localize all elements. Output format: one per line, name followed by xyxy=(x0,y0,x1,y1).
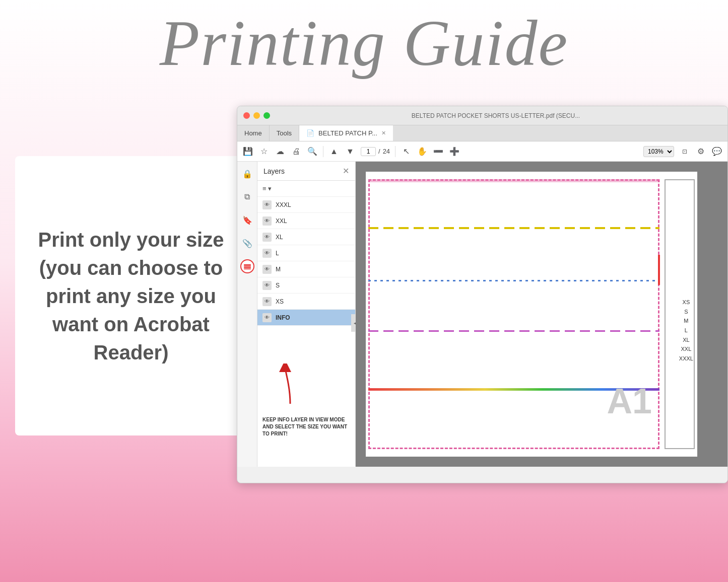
size-m: M xyxy=(679,316,693,326)
instruction-text: Print only your size (you can choose to … xyxy=(30,226,232,367)
layers-header: Layers ✕ xyxy=(257,162,355,181)
paperclip-icon[interactable]: 📎 xyxy=(240,236,254,250)
layer-name-s: S xyxy=(276,282,280,289)
layer-visibility-info[interactable]: 👁 xyxy=(262,313,272,322)
pdf-line-dotted-blue xyxy=(368,280,659,281)
layers-icon[interactable] xyxy=(240,259,254,273)
layer-name-xxxl: XXXL xyxy=(276,201,291,208)
size-xxl: XXL xyxy=(679,344,693,354)
annotation-container: KEEP INFO LAYER IN VIEW MODE AND SELECT … xyxy=(257,406,355,467)
lock-icon[interactable]: 🔒 xyxy=(240,167,254,181)
pdf-line-purple xyxy=(368,330,659,332)
cloud-icon[interactable]: ☁ xyxy=(275,146,286,157)
page-total: 24 xyxy=(383,148,390,155)
instruction-box: Print only your size (you can choose to … xyxy=(15,156,247,435)
layer-visibility-xl[interactable]: 👁 xyxy=(262,233,272,242)
sidebar-icons: 🔒 ⧉ 🔖 📎 xyxy=(237,162,257,467)
size-xxxl: XXXL xyxy=(679,354,693,363)
tab-bar: Home Tools 📄 BELTED PATCH P... ✕ xyxy=(237,125,727,141)
layer-item-info[interactable]: 👁 INFO xyxy=(257,310,355,326)
tab-document[interactable]: 📄 BELTED PATCH P... ✕ xyxy=(299,125,393,141)
tab-close-button[interactable]: ✕ xyxy=(381,130,386,136)
layer-item[interactable]: 👁 XS xyxy=(257,294,355,310)
zoom-control: 103% 50% 75% 100% 125% 150% xyxy=(643,146,674,157)
hand-icon[interactable]: ✋ xyxy=(417,146,428,157)
page-separator: / xyxy=(378,148,380,155)
layer-visibility-xs[interactable]: 👁 xyxy=(262,297,272,306)
maximize-button[interactable] xyxy=(263,112,270,119)
print-icon[interactable]: 🖨 xyxy=(291,146,302,157)
pdf-line-yellow xyxy=(368,227,659,229)
size-labels: XS S M L XL XXL XXXL xyxy=(679,298,693,363)
layer-name-info: INFO xyxy=(276,314,290,321)
pdf-page: XS S M L XL XXL XXXL A1 xyxy=(366,172,697,457)
layer-name-l: L xyxy=(276,250,279,257)
size-xl: XL xyxy=(679,335,693,345)
traffic-lights xyxy=(243,112,270,119)
zoom-select[interactable]: 103% 50% 75% 100% 125% 150% xyxy=(643,146,674,157)
minimize-button[interactable] xyxy=(253,112,260,119)
cursor-icon[interactable]: ↖ xyxy=(401,146,412,157)
layer-name-xxl: XXL xyxy=(276,217,287,225)
page-size-label-a1: A1 xyxy=(607,381,652,421)
layer-name-xl: XL xyxy=(276,234,283,241)
size-s: S xyxy=(679,307,693,317)
layer-item[interactable]: 👁 XXXL xyxy=(257,197,355,213)
annotation-arrow xyxy=(275,363,305,409)
comment-icon[interactable]: 💬 xyxy=(711,146,722,157)
layer-item[interactable]: 👁 L xyxy=(257,245,355,261)
toolbar-divider-2 xyxy=(395,146,395,157)
bookmark-icon[interactable]: ☆ xyxy=(258,146,270,157)
zoom-in-icon[interactable]: ➕ xyxy=(449,146,460,157)
layer-name-m: M xyxy=(276,266,281,273)
size-l: L xyxy=(679,326,693,335)
pdf-icon: 📄 xyxy=(306,129,314,137)
layer-name-xs: XS xyxy=(276,298,284,305)
svg-rect-0 xyxy=(244,264,251,266)
pdf-viewing-area[interactable]: XS S M L XL XXL XXXL A1 xyxy=(356,162,727,467)
close-button[interactable] xyxy=(243,112,250,119)
next-page-icon[interactable]: ▼ xyxy=(345,146,356,157)
layers-panel: Layers ✕ ≡ ▾ 👁 XXXL 👁 XXL 👁 XL xyxy=(257,162,356,467)
layer-item[interactable]: 👁 XL xyxy=(257,229,355,245)
search-icon[interactable]: 🔍 xyxy=(307,146,318,157)
prev-page-icon[interactable]: ▲ xyxy=(328,146,340,157)
layer-visibility-xxl[interactable]: 👁 xyxy=(262,216,272,226)
title-text: Printing Guide xyxy=(160,7,569,79)
layer-visibility-l[interactable]: 👁 xyxy=(262,249,272,258)
layers-list: 👁 XXXL 👁 XXL 👁 XL 👁 L 👁 M xyxy=(257,197,355,406)
layers-title: Layers xyxy=(263,167,285,175)
acrobat-window: BELTED PATCH POCKET SHORTS US-LETTER.pdf… xyxy=(237,106,728,483)
layer-item[interactable]: 👁 S xyxy=(257,277,355,294)
layers-close-button[interactable]: ✕ xyxy=(343,166,349,176)
window-title: BELTED PATCH POCKET SHORTS US-LETTER.pdf… xyxy=(412,112,580,119)
layer-item[interactable]: 👁 XXL xyxy=(257,213,355,229)
svg-rect-1 xyxy=(244,266,251,268)
page-navigator: / 24 xyxy=(361,147,390,156)
annotation-text: KEEP INFO LAYER IN VIEW MODE AND SELECT … xyxy=(262,416,350,438)
layers-toolbar: ≡ ▾ xyxy=(257,181,355,197)
tab-home[interactable]: Home xyxy=(237,125,270,141)
tools-icon[interactable]: ⚙ xyxy=(695,146,706,157)
svg-rect-2 xyxy=(244,268,251,269)
pdf-accent-red xyxy=(658,255,660,285)
toolbar: 💾 ☆ ☁ 🖨 🔍 ▲ ▼ / 24 ↖ ✋ ➖ ➕ 103% 50% 75% … xyxy=(237,141,727,162)
layer-visibility-xxxl[interactable]: 👁 xyxy=(262,200,272,209)
bookmark-sidebar-icon[interactable]: 🔖 xyxy=(240,213,254,227)
tab-tools[interactable]: Tools xyxy=(270,125,299,141)
page-title: Printing Guide xyxy=(0,5,728,81)
page-input[interactable] xyxy=(361,147,376,156)
layer-visibility-m[interactable]: 👁 xyxy=(262,265,272,274)
layer-item[interactable]: 👁 M xyxy=(257,261,355,277)
copy-icon[interactable]: ⧉ xyxy=(240,190,254,204)
save-icon[interactable]: 💾 xyxy=(242,146,253,157)
toolbar-divider xyxy=(323,146,323,157)
main-content: 🔒 ⧉ 🔖 📎 Layers ✕ ≡ ▾ xyxy=(237,162,727,467)
layers-menu-icon[interactable]: ≡ ▾ xyxy=(262,185,272,192)
title-bar: BELTED PATCH POCKET SHORTS US-LETTER.pdf… xyxy=(237,106,727,125)
layer-visibility-s[interactable]: 👁 xyxy=(262,281,272,290)
zoom-out-icon[interactable]: ➖ xyxy=(433,146,444,157)
size-xs: XS xyxy=(679,298,693,307)
pdf-top-line xyxy=(368,179,660,182)
fit-icon[interactable]: ⊡ xyxy=(679,146,690,157)
